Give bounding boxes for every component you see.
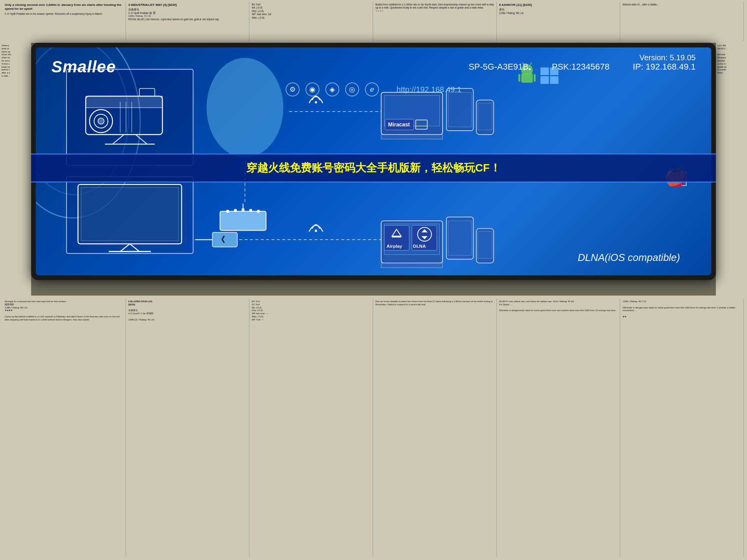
banner-text: 穿越火线免费账号密码大全手机版新，轻松畅玩CF！ — [246, 161, 500, 175]
header-info: SP-5G-A3E91B PSK:12345678 IP: 192.168.49… — [468, 62, 696, 72]
bottom-news-col-6: 125lb / Rating: 45 C-5) Old-timer is dan… — [621, 299, 744, 557]
overlay-banner: 穿越火线免费账号密码大全手机版新，轻松畅玩CF！ — [31, 154, 716, 182]
newspaper-top: Only a closing second over 1,600m in Jan… — [0, 0, 747, 43]
wifi-miracast — [309, 96, 323, 103]
bottom-news-col-5: DLVB P | red, yellow slvs, red clover fo… — [498, 299, 621, 557]
router-drawing — [220, 204, 266, 231]
news-col-5: 9 ASHKIYR (11) [$100] 赛马125lb / Rating: … — [498, 2, 621, 41]
news-col-1: Only a closing second over 1,600m in Jan… — [3, 2, 126, 41]
circle-icon-2[interactable]: ◈ — [325, 82, 339, 96]
svg-point-18 — [226, 210, 229, 213]
newspaper-bottom: Strongly for a second win from last-star… — [0, 296, 747, 560]
icons-row: ⚙ ◉ ◈ ◎ ℯ http://192.168.49.1 — [286, 82, 461, 96]
bottom-news-col-2: 6 BLAZING PASS (12) [$230] 实惠赛马 A S Cruz… — [127, 299, 250, 557]
wifi-airplay — [309, 225, 323, 232]
svg-text:Miracast: Miracast — [388, 122, 410, 128]
newspaper-right: Let's BEREADY...dirt trialRespectdespite… — [716, 43, 747, 296]
svg-text:Airplay: Airplay — [387, 243, 403, 249]
dlna-compatible-text: DLNA(iOS compatible) — [578, 252, 680, 264]
header-area: Smallee SP-5G-A3E91B PSK:12345678 IP: 19… — [36, 47, 711, 86]
svg-rect-63 — [448, 221, 471, 256]
svg-rect-61 — [381, 263, 443, 268]
news-col-6: Athena wide of... after a stable... — [621, 2, 744, 41]
svg-point-4 — [98, 118, 104, 124]
svg-text:DLNA: DLNA — [413, 243, 426, 249]
svg-rect-13 — [81, 187, 179, 241]
tv-drawing — [78, 184, 182, 252]
svg-point-27 — [315, 101, 317, 103]
bottom-news-col-1: Strongly for a second win from last-star… — [3, 299, 126, 557]
brand-logo: Smallee — [51, 58, 116, 76]
ip-info: IP: 192.168.49.1 — [633, 62, 696, 72]
connector-drawing: 《 — [212, 232, 237, 247]
url-text: http://192.168.49.1 — [396, 85, 461, 94]
newspaper-left: Athenawide ofwhen eawhen thewhen fahe se… — [0, 43, 31, 296]
bottom-news-col-3: BV Turf ST Turf Wt: (-0.0) Dist: (-0.0) … — [250, 299, 373, 557]
psk-info: PSK:12345678 — [552, 62, 610, 72]
svg-point-28 — [315, 230, 317, 232]
svg-rect-39 — [478, 103, 492, 130]
version-info: Version: 5.19.05 — [639, 53, 696, 62]
circle-icon-1[interactable]: ◉ — [305, 82, 319, 96]
news-col-3: BV TurfWt: (-0.0)Dist: (-0.0) WF: last w… — [250, 2, 373, 41]
svg-point-19 — [234, 209, 237, 212]
svg-rect-17 — [220, 211, 266, 230]
svg-point-22 — [257, 210, 260, 213]
settings-icon[interactable]: ⚙ — [286, 82, 300, 96]
bottom-news-col-4: Did run home steadily to place four time… — [374, 299, 497, 557]
model-number: SP-5G-A3E91B — [468, 62, 528, 72]
brand-name: Smallee — [51, 58, 116, 76]
news-col-2: 3 INDUSTRIALIST WAY (3) [$230] 实惠赛马C H Y… — [127, 2, 250, 41]
circle-icon-3[interactable]: ◎ — [345, 82, 359, 96]
svg-rect-1 — [86, 96, 162, 108]
svg-rect-25 — [212, 232, 237, 247]
news-col-4: Bulled from midfield for a 1,400m win or… — [374, 2, 497, 41]
svg-text:《: 《 — [217, 235, 225, 244]
ie-icon[interactable]: ℯ — [365, 82, 379, 96]
svg-rect-65 — [478, 232, 492, 259]
airplay-dlna-devices: Airplay DLNA — [381, 217, 494, 268]
svg-rect-37 — [448, 92, 471, 127]
svg-point-21 — [249, 209, 252, 212]
svg-rect-35 — [381, 135, 443, 139]
